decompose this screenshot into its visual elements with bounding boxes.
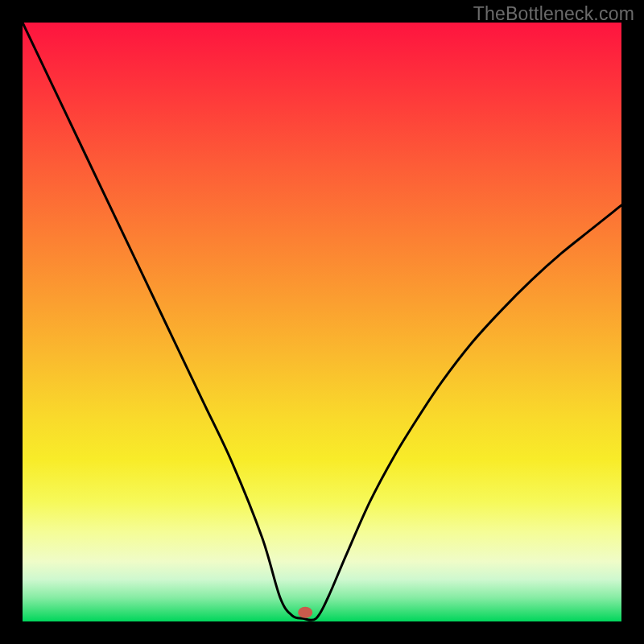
bottleneck-curve xyxy=(23,23,621,620)
chart-plot-area xyxy=(23,23,621,621)
chart-svg xyxy=(23,23,621,621)
chart-frame: TheBottleneck.com xyxy=(0,0,644,644)
watermark-text: TheBottleneck.com xyxy=(473,3,634,25)
optimal-point-marker xyxy=(298,607,312,618)
